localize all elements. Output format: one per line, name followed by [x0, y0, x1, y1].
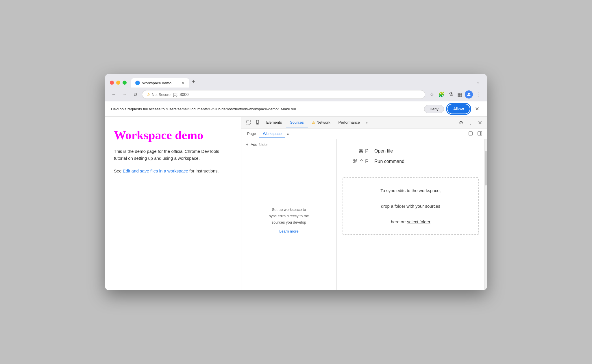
workspace-empty-text: Set up workspace to sync edits directly …: [269, 207, 309, 226]
toolbar-icons: ☆ 🧩 ⚗ ▦ ⋮: [428, 90, 482, 99]
drop-zone[interactable]: To sync edits to the workspace, drop a f…: [343, 177, 479, 235]
notification-text: DevTools requests full access to /Users/…: [111, 107, 421, 111]
forward-button[interactable]: →: [121, 91, 129, 98]
dropzone-line3-prefix: here or:: [391, 219, 407, 224]
devtools-close-button[interactable]: ✕: [476, 117, 484, 128]
address-bar: ← → ↺ ⚠ Not Secure [::]::8000 ☆ 🧩 ⚗ ▦ ⋮: [105, 88, 487, 101]
svg-rect-6: [478, 132, 482, 135]
minimize-window-button[interactable]: [116, 81, 120, 85]
add-folder-icon: +: [246, 142, 248, 147]
dropzone-line2: drop a folder with your sources: [381, 204, 440, 209]
sources-workspace-tab[interactable]: Workspace: [259, 130, 285, 138]
devtools-scrollbar[interactable]: [484, 139, 487, 290]
workspace-link[interactable]: Edit and save files in a workspace: [123, 168, 188, 173]
devtools-toolbar: Elements Sources ⚠ Network Performance »…: [241, 117, 487, 129]
tab-network[interactable]: ⚠ Network: [308, 118, 334, 127]
deny-button[interactable]: Deny: [424, 105, 444, 113]
maximize-window-button[interactable]: [123, 81, 127, 85]
security-label: Not Secure: [152, 92, 171, 97]
main-content: Workspace demo This is the demo page for…: [105, 117, 487, 290]
traffic-lights: [110, 81, 127, 85]
shortcut2-key: ⌘ ⇧ P: [345, 158, 369, 165]
url-text: [::]::8000: [173, 92, 188, 97]
scrollbar-thumb[interactable]: [485, 151, 487, 185]
title-bar: 🌐 Workspace demo ✕ + ⌄: [105, 74, 487, 88]
reload-button[interactable]: ↺: [132, 91, 139, 99]
cursor-icon-button[interactable]: [244, 118, 253, 128]
tab-performance[interactable]: Performance: [334, 118, 364, 127]
sources-panel-button[interactable]: [475, 129, 484, 139]
network-warning-icon: ⚠: [312, 120, 315, 125]
tab-close-button[interactable]: ✕: [180, 81, 185, 85]
shortcut1-key: ⌘ P: [345, 148, 369, 154]
devtools-settings-button[interactable]: ⚙: [456, 117, 466, 128]
tab-favicon: 🌐: [135, 81, 140, 85]
devtools-body: + Add folder Set up workspace to sync ed…: [241, 139, 487, 290]
editor-shortcuts: ⌘ P Open file ⌘ ⇧ P Run command: [337, 139, 484, 174]
devtools-more-options-button[interactable]: ⋮: [466, 117, 476, 128]
sidebar-button[interactable]: ▦: [456, 90, 464, 99]
tab-sources[interactable]: Sources: [286, 118, 308, 127]
mobile-icon-button[interactable]: [253, 118, 262, 128]
bookmark-button[interactable]: ☆: [428, 90, 436, 99]
browser-window: 🌐 Workspace demo ✕ + ⌄ ← → ↺ ⚠ Not Secur…: [105, 74, 487, 290]
menu-button[interactable]: ⋮: [474, 90, 482, 99]
favicon-icon: 🌐: [136, 81, 139, 85]
notification-close-button[interactable]: ✕: [473, 105, 481, 113]
webpage-content: Workspace demo This is the demo page for…: [105, 117, 241, 290]
dropzone-line1: To sync edits to the workspace,: [380, 188, 441, 193]
file-panel: + Add folder Set up workspace to sync ed…: [241, 139, 337, 290]
notification-bar: DevTools requests full access to /Users/…: [105, 101, 487, 117]
new-tab-button[interactable]: +: [190, 77, 198, 86]
url-bar[interactable]: ⚠ Not Secure [::]::8000: [142, 90, 425, 99]
sources-toggle-button[interactable]: [466, 129, 475, 139]
learn-more-button[interactable]: Learn more: [279, 229, 298, 233]
add-folder-button[interactable]: + Add folder: [241, 139, 336, 150]
devtools-more-tabs-button[interactable]: »: [364, 118, 369, 127]
secondary-more-button[interactable]: »: [285, 131, 291, 137]
workspace-empty-state: Set up workspace to sync edits directly …: [241, 150, 336, 290]
allow-button[interactable]: Allow: [447, 104, 470, 114]
shortcut-run-command: ⌘ ⇧ P Run command: [345, 158, 476, 165]
labs-button[interactable]: ⚗: [447, 90, 455, 99]
link-prefix: See: [114, 168, 123, 173]
page-link-paragraph: See Edit and save files in a workspace f…: [114, 168, 232, 174]
link-suffix: for instructions.: [188, 168, 219, 173]
devtools-secondary-toolbar: Page Workspace » ⋮: [241, 129, 487, 139]
svg-rect-1: [246, 120, 250, 124]
page-description: This is the demo page for the official C…: [114, 148, 232, 162]
secondary-dots-button[interactable]: ⋮: [292, 131, 296, 137]
select-folder-link[interactable]: select folder: [407, 219, 430, 224]
svg-point-0: [468, 93, 470, 94]
back-button[interactable]: ←: [110, 91, 118, 98]
svg-rect-4: [469, 132, 472, 135]
shortcut1-desc: Open file: [374, 148, 393, 154]
sources-page-tab[interactable]: Page: [244, 130, 259, 138]
add-folder-label: Add folder: [251, 142, 268, 147]
shortcut-open-file: ⌘ P Open file: [345, 148, 476, 154]
active-tab[interactable]: 🌐 Workspace demo ✕: [131, 78, 189, 88]
page-title: Workspace demo: [114, 128, 232, 142]
tab-overflow-button[interactable]: ⌄: [474, 79, 482, 86]
tab-title: Workspace demo: [142, 81, 178, 85]
extensions-button[interactable]: 🧩: [437, 90, 446, 99]
devtools-panel: Elements Sources ⚠ Network Performance »…: [241, 117, 487, 290]
tab-bar: 🌐 Workspace demo ✕ +: [131, 77, 471, 88]
svg-point-3: [257, 123, 258, 124]
editor-panel: ⌘ P Open file ⌘ ⇧ P Run command To sync …: [337, 139, 484, 290]
tab-elements[interactable]: Elements: [262, 118, 286, 127]
shortcut2-desc: Run command: [374, 159, 404, 164]
profile-avatar[interactable]: [465, 90, 473, 99]
security-indicator: ⚠ Not Secure: [147, 92, 171, 97]
close-window-button[interactable]: [110, 81, 114, 85]
warning-icon: ⚠: [147, 92, 151, 97]
